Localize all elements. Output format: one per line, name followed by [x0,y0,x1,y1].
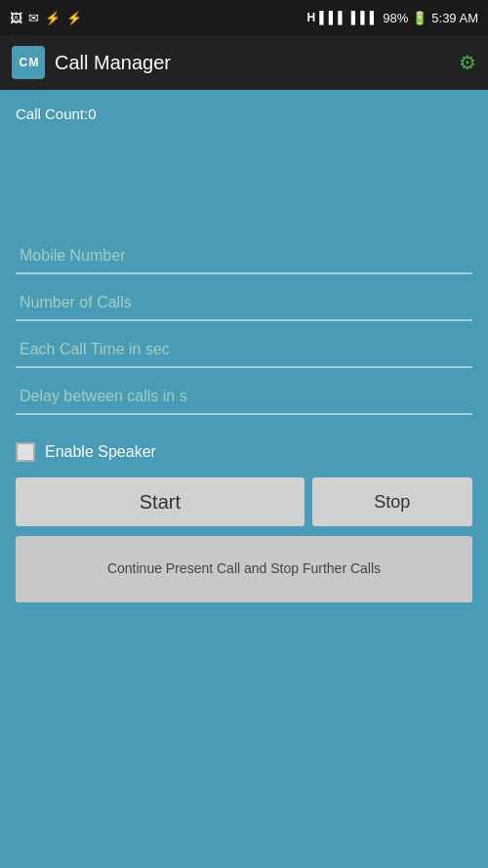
mobile-number-input[interactable] [16,239,472,274]
status-icons-left: 🖼 ✉ ⚡ ⚡ [10,11,82,25]
battery-percentage: 98% [383,11,408,25]
app-title: Call Manager [55,52,171,74]
enable-speaker-label: Enable Speaker [45,443,156,461]
app-bar-right: ⚙ [459,51,476,74]
mail-icon: ✉ [28,11,39,25]
form-area [16,239,472,415]
number-of-calls-input[interactable] [16,286,472,321]
status-bar: 🖼 ✉ ⚡ ⚡ H ▌▌▌ ▌▌▌ 98% 🔋 5:39 AM [0,0,488,35]
enable-speaker-checkbox[interactable] [16,442,35,462]
start-button[interactable]: Start [16,477,305,526]
main-content: Call Count:0 Enable Speaker Start Stop C… [0,90,488,868]
app-logo: C M [12,46,45,79]
start-stop-row: Start Stop [16,477,472,526]
app-bar: C M Call Manager ⚙ [0,35,488,90]
time-display: 5:39 AM [431,11,478,25]
signal1-icon: ▌▌▌ [319,11,347,24]
usb-icon: ⚡ [45,11,61,25]
battery-icon: 🔋 [412,11,427,25]
call-count-label: Call Count:0 [16,105,472,122]
signal2-icon: ▌▌▌ [351,11,380,24]
call-time-input[interactable] [16,333,472,368]
app-bar-left: C M Call Manager [12,46,171,79]
overflow-icon[interactable]: ⚙ [459,51,476,74]
delay-input[interactable] [16,380,472,415]
image-icon: 🖼 [10,11,22,25]
stop-button[interactable]: Stop [312,477,472,526]
status-icons-right: H ▌▌▌ ▌▌▌ 98% 🔋 5:39 AM [307,11,478,25]
enable-speaker-row[interactable]: Enable Speaker [16,442,472,462]
usb2-icon: ⚡ [66,11,82,25]
continue-button[interactable]: Continue Present Call and Stop Further C… [16,536,472,602]
h-indicator: H [307,11,316,24]
